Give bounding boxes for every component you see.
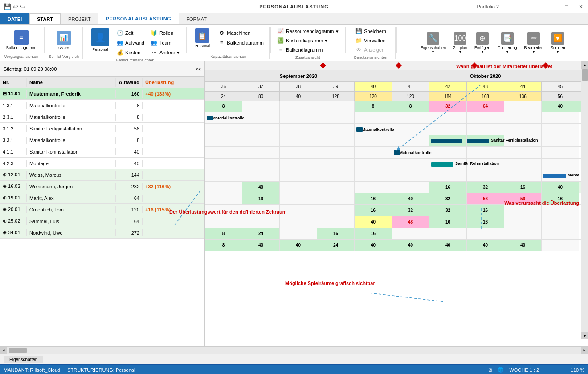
zusatz-balken-label: Balkendiagramm <box>286 47 323 53</box>
btn-personal[interactable]: 👤 Personal <box>89 27 112 53</box>
zeitplan-label: Zeitplan <box>453 45 467 50</box>
rollen-icon: 🔰 <box>151 29 158 37</box>
tab-personalauslastung[interactable]: PERSONALAUSLASTUNG <box>98 13 179 24</box>
gc <box>280 112 317 123</box>
table-row[interactable]: ⊕ 12.01 Weiss, Marcus 144 <box>0 169 204 181</box>
tab-projekt[interactable]: PROJEKT <box>61 13 98 24</box>
nav-arrow[interactable]: << <box>195 66 201 72</box>
btn-ressourcendiagramm[interactable]: 📈 Ressourcendiagramm ▾ <box>275 27 340 36</box>
week-38: 38 <box>280 82 317 91</box>
gc <box>504 124 542 135</box>
scroll-thumb-h[interactable] <box>9 348 27 353</box>
gantt-row: 40 48 16 16 <box>205 216 588 228</box>
cell-aufwand: 8 <box>116 114 143 121</box>
gc: Sanitär Rohinstallation <box>429 159 467 170</box>
scrollbar-horizontal[interactable]: ◄ ► <box>0 346 588 354</box>
gc <box>317 216 355 228</box>
btn-verwalten[interactable]: 📁 Verwalten <box>353 36 387 45</box>
tab-datei[interactable]: DATEI <box>0 13 29 24</box>
table-row[interactable]: ⊕ 25.02 Sammel, Luis 64 <box>0 215 204 227</box>
btn-soll-ist[interactable]: 📊 Soll-Ist <box>53 29 75 52</box>
bar-label: Monta <box>568 173 580 177</box>
gc <box>205 135 242 146</box>
gc: Monta <box>542 170 579 181</box>
scroll-thumb-v[interactable] <box>582 69 588 81</box>
undo-icon[interactable]: ↩ <box>13 3 18 10</box>
btn-andere[interactable]: ⋯ Andere ▾ <box>149 48 181 57</box>
table-row[interactable]: ⊟ 11.01 Mustermann, Frederik 160 +40 (13… <box>0 88 204 100</box>
group-kapazitaet: 📋 Personal ⚙ Maschinen ≡ Balkendiagramm … <box>188 27 270 59</box>
btn-kap-balken[interactable]: ≡ Balkendiagramm <box>216 38 265 47</box>
group-zusatz: 📈 Ressourcendiagramm ▾ 💹 Kostendiagramm … <box>272 27 344 59</box>
btn-zusatz-balken[interactable]: ≡ Balkendiagramm <box>275 45 325 54</box>
btn-team[interactable]: 👥 Team <box>149 38 181 47</box>
tab-start[interactable]: START <box>29 13 61 24</box>
gc: 16 <box>542 193 579 204</box>
btn-rollen[interactable]: 🔰 Rollen <box>149 28 181 37</box>
gc <box>392 135 429 146</box>
gc <box>317 170 355 181</box>
gc <box>280 193 317 204</box>
btn-bearbeiten[interactable]: ✏ Bearbeiten ▾ <box>522 30 547 56</box>
btn-gliederung[interactable]: 📑 Gliederung ▾ <box>495 30 520 56</box>
mandant-label: MANDANT: Rillsoft_Cloud <box>4 367 60 373</box>
btn-maschinen[interactable]: ⚙ Maschinen <box>216 28 265 37</box>
save-icon[interactable]: 💾 <box>4 3 11 10</box>
minimize-button[interactable]: ─ <box>545 0 559 13</box>
scrollbar-vertical[interactable]: ▲ ▼ <box>581 61 588 339</box>
btn-aufwand[interactable]: 👥 Aufwand <box>114 38 146 47</box>
btn-eigenschaften[interactable]: 🔧 Eigenschaften ▾ <box>418 30 449 56</box>
btn-einfuegen[interactable]: ⊕ Einfügen ▾ <box>472 30 493 56</box>
cell-name: Markt, Alex <box>27 195 116 202</box>
scroll-down-arrow[interactable]: ▼ <box>581 332 588 339</box>
bearbeiten-icon: ✏ <box>527 32 540 45</box>
btn-zeit[interactable]: 🕐 Zeit <box>114 28 146 37</box>
table-row[interactable]: 4.2.3 Montage 40 <box>0 158 204 169</box>
table-row[interactable]: 2.3.1 Materialkontrolle 8 <box>0 111 204 123</box>
tab-format[interactable]: FORMAT <box>179 13 214 24</box>
properties-tab[interactable]: Eigenschaften <box>4 356 43 363</box>
personal-icon: 👤 <box>91 28 109 46</box>
scroll-left-arrow[interactable]: ◄ <box>0 347 7 354</box>
scrollen-icon: 🔽 <box>551 32 564 45</box>
gantt-row: Monta <box>205 170 588 182</box>
table-row[interactable]: 3.3.1 Materialkontrolle 8 <box>0 134 204 146</box>
btn-scrollen[interactable]: 🔽 Scrollen ▾ <box>548 30 568 56</box>
btn-kosten[interactable]: 💰 Kosten <box>114 48 146 57</box>
gc <box>392 170 429 181</box>
btn-kap-personal[interactable]: 📋 Personal <box>191 27 213 50</box>
table-row[interactable]: 4.1.1 Sanitär Rohinstallation 40 <box>0 146 204 158</box>
cell-nr: ⊕ 19.01 <box>0 194 27 202</box>
btn-speichern[interactable]: 💾 Speichern <box>353 27 388 36</box>
gc: Materialkontrolle <box>355 124 392 135</box>
resource-small-btns: 🕐 Zeit 👥 Aufwand 💰 Kosten <box>114 28 146 57</box>
close-button[interactable]: ✕ <box>574 0 588 13</box>
btn-zeitplan[interactable]: 100 Zeitplan ▾ <box>450 30 470 56</box>
cell-name: Ordentlich, Tom <box>27 206 116 213</box>
btn-balkendiagramm[interactable]: ≡ Balkendiagramm <box>4 28 39 52</box>
btn-kostendiagramm[interactable]: 💹 Kostendiagramm ▾ <box>275 36 329 45</box>
kosten-label: Kosten <box>125 50 140 55</box>
btn-anzeigen[interactable]: 👁 Anzeigen <box>353 45 386 54</box>
gc <box>355 112 392 123</box>
zoom-slider[interactable]: ────── <box>544 367 565 373</box>
gantt-row: 8 24 16 16 <box>205 228 588 240</box>
scroll-up-arrow[interactable]: ▲ <box>581 61 588 69</box>
gantt-bar-teal <box>431 162 453 167</box>
table-row[interactable]: 1.3.1 Materialkontrolle 8 <box>0 100 204 111</box>
redo-icon[interactable]: ↪ <box>20 3 25 10</box>
restore-button[interactable]: □ <box>559 0 574 13</box>
gc <box>542 205 579 216</box>
table-row[interactable]: ⊕ 20.01 Ordentlich, Tom 120 +16 (115%) <box>0 204 204 215</box>
gc <box>280 170 317 181</box>
table-row[interactable]: ⊕ 16.02 Weissmann, Jürgen 232 +32 (116%) <box>0 181 204 192</box>
cell-uberlastung <box>143 139 187 141</box>
gc <box>242 147 280 158</box>
table-row[interactable]: ⊕ 19.01 Markt, Alex 64 <box>0 192 204 204</box>
toolbar-icons[interactable]: 💾 ↩ ↪ <box>4 3 25 10</box>
cell-nr: 3.1.2 <box>0 125 27 132</box>
table-row[interactable]: ⊕ 34.01 Nordwind, Uwe 272 <box>0 227 204 239</box>
cell-aufwand: 232 <box>116 183 143 190</box>
table-row[interactable]: 3.1.2 Sanitär Fertiginstallation 56 <box>0 123 204 134</box>
scroll-right-arrow[interactable]: ► <box>581 347 588 354</box>
